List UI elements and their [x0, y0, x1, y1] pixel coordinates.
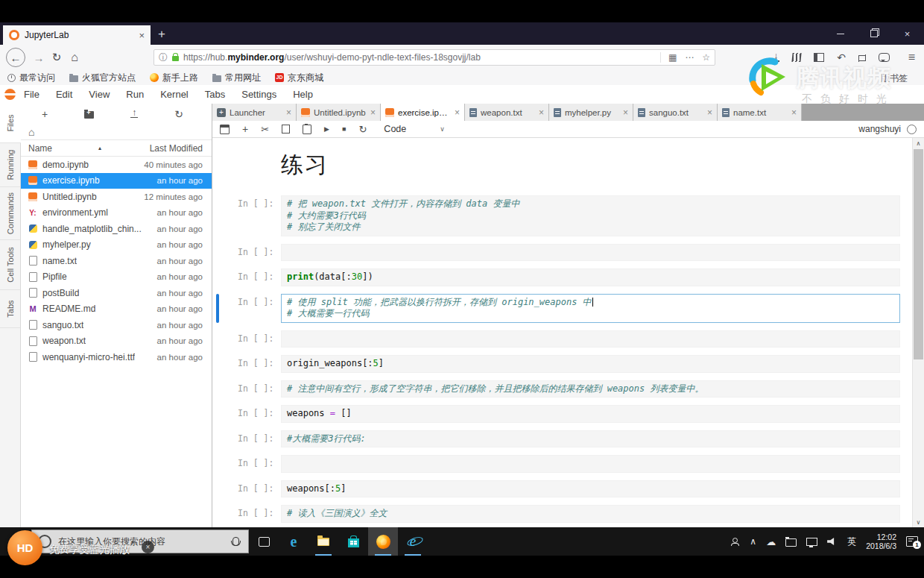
cut-cells-icon[interactable]: ✂	[261, 124, 269, 135]
notebook-cell-4[interactable]: In [ ]: # 使用 split 功能，把武器以换行符拆开，存储到 orig…	[238, 294, 900, 323]
menu-settings[interactable]: Settings	[233, 85, 285, 104]
restart-kernel-icon[interactable]: ↻	[358, 124, 367, 135]
dock-tab-untitled.ipynb[interactable]: Untitled.ipynb ×	[297, 104, 381, 121]
scroll-down-icon[interactable]: ∨	[913, 517, 924, 527]
tray-folder-icon[interactable]	[785, 538, 797, 547]
add-cell-icon[interactable]: +	[242, 123, 248, 135]
dock-tab-close-icon[interactable]: ×	[455, 107, 460, 118]
back-button[interactable]: ←	[4, 45, 27, 70]
file-row-myhelper.py[interactable]: myhelper.py an hour ago	[21, 237, 212, 254]
microphone-icon[interactable]	[232, 537, 239, 546]
cell-editor[interactable]: # 把 weapon.txt 文件打开，内容存储到 data 变量中# 大约需要…	[281, 195, 900, 236]
url-bar[interactable]: ⓘ https://hub.mybinder.org/user/wshuyi-d…	[154, 49, 715, 66]
library-icon[interactable]	[792, 53, 802, 62]
taskbar-clock[interactable]: 12:02 2018/6/3	[866, 533, 896, 550]
edge-taskbar-button[interactable]: e	[279, 527, 308, 556]
copy-cells-icon[interactable]	[282, 125, 290, 133]
task-view-button[interactable]	[249, 527, 279, 556]
downloads-icon[interactable]: ↓	[772, 53, 779, 62]
cell-editor[interactable]: weapons = []	[281, 405, 900, 423]
action-center-icon[interactable]: 1	[906, 536, 918, 547]
cell-editor[interactable]	[281, 330, 900, 348]
cell-editor[interactable]	[281, 455, 900, 473]
dock-tab-launcher[interactable]: Launcher ×	[212, 104, 297, 121]
menu-kernel[interactable]: Kernel	[152, 85, 197, 104]
bookmarks-overflow-label[interactable]: 版书签	[881, 72, 908, 85]
file-row-Pipfile[interactable]: Pipfile an hour ago	[21, 269, 212, 286]
file-row-wenquanyi-micro-hei.ttf[interactable]: wenquanyi-micro-hei.ttf an hour ago	[21, 349, 212, 365]
bookmark-item[interactable]: 常用网址	[212, 72, 261, 84]
column-last-modified[interactable]: Last Modified	[150, 143, 203, 154]
network-display-icon[interactable]	[806, 538, 817, 546]
input-language-indicator[interactable]: 英	[847, 535, 856, 548]
file-row-name.txt[interactable]: name.txt an hour ago	[21, 253, 212, 269]
speaker-icon[interactable]	[827, 538, 836, 545]
refresh-files-button[interactable]: ↻	[174, 108, 183, 120]
file-row-environment.yml[interactable]: environment.yml an hour ago	[21, 205, 212, 222]
sidebar-tab-commands[interactable]: Commands	[0, 187, 20, 240]
cell-editor[interactable]: # 使用 split 功能，把武器以换行符拆开，存储到 origin_weapo…	[281, 294, 900, 323]
hidden-icons-caret[interactable]: ∧	[750, 536, 756, 547]
bookmark-item[interactable]: JD京东商城	[275, 72, 323, 84]
notebook-scrollbar[interactable]: ∧ ∨	[912, 138, 924, 527]
bookmark-item[interactable]: 火狐官方站点	[69, 72, 136, 84]
dock-tab-close-icon[interactable]: ×	[539, 107, 544, 118]
new-launcher-button[interactable]: +	[42, 108, 48, 120]
page-actions-icon[interactable]: ⋯	[685, 52, 694, 63]
menu-view[interactable]: View	[80, 85, 118, 104]
markdown-heading[interactable]: 练习	[281, 150, 900, 180]
hd-badge[interactable]: HD	[7, 530, 42, 565]
new-folder-button[interactable]	[84, 111, 94, 119]
notebook-cell-11[interactable]: In [ ]: weapons[:5]	[238, 480, 900, 498]
notebook-cell-9[interactable]: In [ ]: #大概需要3行代码:	[238, 430, 900, 448]
dock-tab-myhelper.py[interactable]: myhelper.py ×	[549, 104, 633, 121]
menu-tabs[interactable]: Tabs	[197, 85, 233, 104]
menu-edit[interactable]: Edit	[48, 85, 80, 104]
cell-editor[interactable]: #大概需要3行代码:	[281, 430, 900, 448]
notebook-cell-1[interactable]: In [ ]: # 把 weapon.txt 文件打开，内容存储到 data 变…	[238, 195, 900, 236]
breadcrumb-home-icon[interactable]: ⌂	[28, 126, 34, 138]
screenshot-icon[interactable]	[858, 54, 866, 61]
file-list-header[interactable]: Name ▴ Last Modified	[21, 139, 212, 157]
stop-kernel-icon[interactable]: ■	[342, 125, 346, 133]
cell-editor[interactable]: # 读入《三国演义》全文	[281, 505, 900, 523]
file-row-Untitled.ipynb[interactable]: Untitled.ipynb 12 minutes ago	[21, 189, 212, 205]
file-explorer-taskbar-button[interactable]	[308, 527, 338, 556]
chat-bubble-icon[interactable]	[879, 53, 890, 62]
dock-tab-weapon.txt[interactable]: weapon.txt ×	[465, 104, 549, 121]
save-icon[interactable]	[220, 125, 230, 134]
cell-editor[interactable]: weapons[:5]	[281, 480, 900, 498]
bookmark-item[interactable]: 最常访问	[7, 72, 55, 84]
sidebar-tab-files[interactable]: Files	[0, 104, 21, 143]
dock-tab-name.txt[interactable]: name.txt ×	[718, 104, 802, 121]
qr-code-icon[interactable]: ▦	[668, 52, 677, 63]
scroll-up-icon[interactable]: ∧	[913, 138, 924, 148]
file-row-demo.ipynb[interactable]: demo.ipynb 40 minutes ago	[21, 157, 212, 173]
sidebar-tab-tabs[interactable]: Tabs	[0, 290, 20, 328]
browser-tab-jupyterlab[interactable]: JupyterLab ×	[3, 25, 151, 45]
dock-tab-close-icon[interactable]: ×	[707, 107, 712, 118]
dock-tab-close-icon[interactable]: ×	[623, 107, 628, 118]
cell-editor[interactable]: origin_weapons[:5]	[281, 355, 900, 373]
notebook-cell-6[interactable]: In [ ]: origin_weapons[:5]	[238, 355, 900, 373]
notebook-cell-3[interactable]: In [ ]: print(data[:30])	[238, 268, 900, 286]
new-tab-button[interactable]: +	[158, 27, 165, 42]
window-restore-button[interactable]	[857, 22, 890, 45]
notebook-cell-12[interactable]: In [ ]: # 读入《三国演义》全文	[238, 505, 900, 523]
tab-close-icon[interactable]: ×	[139, 30, 145, 41]
notebook-cell-10[interactable]: In [ ]:	[238, 455, 900, 473]
menu-run[interactable]: Run	[118, 85, 152, 104]
notebook-cell-5[interactable]: In [ ]:	[238, 330, 900, 348]
undo-icon[interactable]: ↶	[837, 51, 846, 63]
notebook-cell-7[interactable]: In [ ]: # 注意中间有空行，形成了空字符串，把它们移除，并且把移除后的结…	[238, 380, 900, 398]
file-row-postBuild[interactable]: postBuild an hour ago	[21, 285, 212, 301]
dock-tab-close-icon[interactable]: ×	[791, 107, 797, 118]
menu-file[interactable]: File	[16, 85, 48, 104]
file-row-exercise.ipynb[interactable]: exercise.ipynb an hour ago	[21, 173, 212, 189]
column-name[interactable]: Name	[28, 143, 52, 154]
home-button[interactable]: ⌂	[66, 45, 83, 70]
dock-tab-sanguo.txt[interactable]: sanguo.txt ×	[633, 104, 718, 121]
cell-type-dropdown[interactable]: Code	[384, 124, 406, 134]
sidebar-toggle-icon[interactable]	[814, 53, 824, 62]
dock-tab-close-icon[interactable]: ×	[370, 107, 376, 118]
